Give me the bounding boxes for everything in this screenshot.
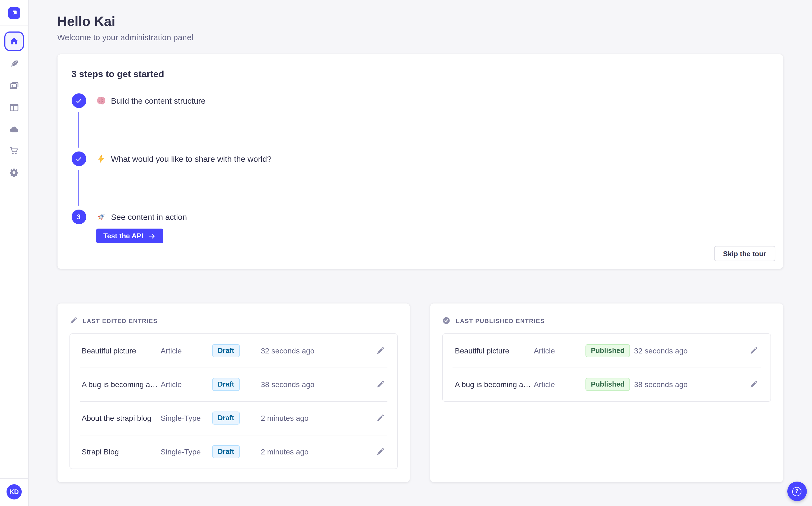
last-published-table: Beautiful picture Article Published 32 s… — [442, 333, 771, 402]
pencil-icon — [69, 317, 77, 325]
layout-icon — [9, 102, 19, 113]
sidebar-item-media-library[interactable] — [9, 80, 19, 91]
page-header: Hello Kai Welcome to your administration… — [57, 0, 783, 43]
entry-title: A bug is becoming a… — [455, 380, 534, 389]
test-api-label: Test the API — [103, 232, 143, 240]
step-row: 3 See content in action — [71, 209, 769, 224]
media-icon — [9, 80, 19, 91]
strapi-logo[interactable] — [8, 7, 20, 19]
strapi-logo-icon — [10, 9, 18, 16]
entry-time: 38 seconds ago — [634, 380, 749, 389]
entry-row: Strapi Blog Single-Type Draft 2 minutes … — [70, 435, 397, 469]
entry-type: Single-Type — [161, 414, 212, 422]
edit-entry-button[interactable] — [749, 380, 758, 389]
entry-status-cell: Draft — [212, 344, 261, 357]
step-status-circle — [71, 93, 86, 108]
onboarding-step: What would you like to share with the wo… — [71, 152, 769, 206]
edit-entry-button[interactable] — [376, 346, 386, 356]
question-circle-icon: ? — [792, 487, 801, 496]
entry-status-badge: Draft — [212, 412, 239, 425]
sidebar-item-settings[interactable] — [9, 167, 19, 178]
entry-type: Article — [161, 346, 212, 355]
feather-icon — [9, 59, 19, 70]
brain-emoji-icon — [96, 96, 106, 106]
sidebar-item-content-type-builder[interactable] — [9, 102, 19, 113]
step-status-circle — [71, 152, 86, 166]
step-emoji — [96, 212, 106, 222]
step-cta: Test the API — [71, 229, 769, 243]
sidebar-item-content-manager[interactable] — [9, 59, 19, 70]
pencil-icon — [749, 346, 758, 355]
onboarding-title: 3 steps to get started — [71, 68, 769, 80]
sidebar-logo-area — [0, 0, 28, 26]
edit-entry-button[interactable] — [376, 380, 386, 389]
entry-title: Beautiful picture — [82, 346, 161, 355]
last-published-header: LAST PUBLISHED ENTRIES — [442, 317, 771, 325]
gear-icon — [9, 167, 19, 178]
entry-time: 32 seconds ago — [634, 346, 749, 355]
entry-type: Article — [534, 346, 586, 355]
pencil-icon — [376, 380, 385, 389]
user-avatar[interactable]: KD — [6, 484, 22, 500]
onboarding-steps: Build the content structure What would y… — [71, 93, 769, 243]
last-edited-panel: LAST EDITED ENTRIES Beautiful picture Ar… — [57, 304, 410, 482]
entry-status-badge: Draft — [212, 378, 239, 391]
entry-panels: LAST EDITED ENTRIES Beautiful picture Ar… — [57, 304, 783, 482]
entry-title: About the strapi blog — [82, 414, 161, 422]
last-edited-table: Beautiful picture Article Draft 32 secon… — [69, 333, 398, 469]
entry-row: A bug is becoming a… Article Draft 38 se… — [70, 367, 397, 401]
edit-entry-button[interactable] — [376, 447, 386, 456]
entry-row: Beautiful picture Article Published 32 s… — [443, 334, 771, 367]
entry-time: 2 minutes ago — [261, 414, 376, 422]
entry-type: Article — [161, 380, 212, 389]
step-row: Build the content structure — [71, 93, 769, 108]
sidebar-item-cloud[interactable] — [9, 124, 19, 135]
entry-row: Beautiful picture Article Draft 32 secon… — [70, 334, 397, 367]
step-label: See content in action — [111, 212, 187, 222]
step-label: Build the content structure — [111, 96, 206, 105]
step-emoji — [96, 154, 106, 164]
page-subtitle: Welcome to your administration panel — [57, 32, 783, 43]
last-published-panel: LAST PUBLISHED ENTRIES Beautiful picture… — [430, 304, 783, 482]
edit-entry-button[interactable] — [376, 413, 386, 423]
sidebar-item-marketplace[interactable] — [9, 146, 19, 156]
check-icon — [76, 97, 82, 104]
skip-tour-button[interactable]: Skip the tour — [714, 246, 775, 261]
edit-entry-button[interactable] — [749, 346, 758, 356]
onboarding-step: 3 See content in action Test the — [71, 209, 769, 243]
step-connector — [78, 170, 79, 206]
entry-time: 2 minutes ago — [261, 447, 376, 456]
step-emoji — [96, 96, 106, 106]
zap-emoji-icon — [96, 154, 106, 163]
entry-status-badge: Draft — [212, 344, 239, 357]
entry-status-cell: Draft — [212, 445, 261, 458]
step-label: What would you like to share with the wo… — [111, 154, 272, 163]
entry-status-cell: Published — [586, 344, 634, 357]
pencil-icon — [376, 414, 385, 422]
entry-status-cell: Published — [586, 378, 634, 391]
entry-title: Strapi Blog — [82, 447, 161, 456]
entry-status-badge: Published — [586, 378, 630, 391]
last-edited-title: LAST EDITED ENTRIES — [83, 317, 158, 324]
sidebar-nav — [4, 31, 24, 189]
pencil-icon — [749, 380, 758, 389]
entry-status-cell: Draft — [212, 412, 261, 425]
sidebar: KD — [0, 0, 29, 506]
step-row: What would you like to share with the wo… — [71, 152, 769, 166]
check-icon — [76, 156, 82, 162]
help-button[interactable]: ? — [787, 482, 807, 501]
step-connector — [78, 112, 79, 148]
last-published-title: LAST PUBLISHED ENTRIES — [456, 317, 545, 324]
arrow-right-icon — [148, 232, 156, 240]
test-api-button[interactable]: Test the API — [96, 229, 163, 243]
entry-status-cell: Draft — [212, 378, 261, 391]
pencil-icon — [376, 447, 385, 456]
pencil-icon — [376, 346, 385, 355]
page-title: Hello Kai — [57, 13, 783, 29]
entry-type: Article — [534, 380, 586, 389]
rocket-emoji-icon — [96, 212, 106, 222]
step-status-circle: 3 — [71, 209, 86, 224]
sidebar-item-home[interactable] — [4, 31, 24, 51]
strapi-admin-app: KD Hello Kai Welcome to your administrat… — [0, 0, 812, 506]
main-content: Hello Kai Welcome to your administration… — [28, 0, 812, 482]
